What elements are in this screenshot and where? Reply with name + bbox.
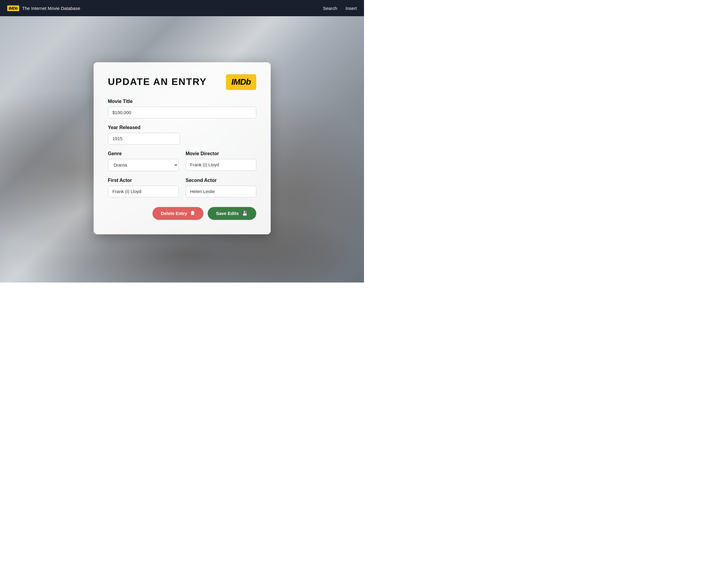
form-title: UPDATE AN ENTRY (108, 76, 207, 87)
brand: IMDb The Internet Movie Database (7, 5, 80, 11)
navbar: IMDb The Internet Movie Database Search … (0, 0, 364, 16)
insert-nav-link[interactable]: Insert (345, 6, 357, 11)
movie-title-input[interactable] (108, 107, 256, 118)
movie-title-label: Movie Title (108, 99, 256, 104)
second-actor-label: Second Actor (186, 178, 256, 183)
update-entry-form: UPDATE AN ENTRY IMDb Movie Title Year Re… (94, 62, 271, 234)
year-released-input[interactable] (108, 133, 180, 144)
first-actor-input[interactable] (108, 185, 179, 197)
second-actor-input[interactable] (186, 185, 256, 197)
save-edits-button[interactable]: Save Edits 💾 (208, 207, 256, 220)
genre-select[interactable]: Drama Action Comedy Horror Romance Sci-F… (108, 159, 179, 171)
first-actor-label: First Actor (108, 178, 179, 183)
director-label: Movie Director (186, 151, 256, 156)
navbar-links: Search Insert (323, 6, 357, 11)
form-actions: Delete Entry 🗑 Save Edits 💾 (108, 207, 256, 220)
director-input[interactable] (186, 159, 256, 170)
actors-row: First Actor Second Actor (108, 178, 256, 197)
imdb-logo-nav: IMDb (7, 5, 19, 11)
year-released-label: Year Released (108, 125, 256, 130)
delete-entry-button[interactable]: Delete Entry 🗑 (152, 207, 203, 220)
genre-group: Genre Drama Action Comedy Horror Romance… (108, 151, 179, 171)
form-header: UPDATE AN ENTRY IMDb (108, 74, 256, 90)
imdb-logo-large: IMDb (226, 74, 256, 90)
save-button-label: Save Edits (216, 211, 239, 216)
delete-button-label: Delete Entry (161, 211, 187, 216)
search-nav-link[interactable]: Search (323, 6, 337, 11)
director-group: Movie Director (186, 151, 256, 171)
movie-title-group: Movie Title (108, 99, 256, 118)
genre-label: Genre (108, 151, 179, 156)
trash-icon: 🗑 (190, 210, 195, 216)
save-icon: 💾 (242, 210, 248, 216)
genre-director-row: Genre Drama Action Comedy Horror Romance… (108, 151, 256, 171)
navbar-title: The Internet Movie Database (22, 6, 80, 11)
year-released-group: Year Released (108, 125, 256, 144)
first-actor-group: First Actor (108, 178, 179, 197)
second-actor-group: Second Actor (186, 178, 256, 197)
